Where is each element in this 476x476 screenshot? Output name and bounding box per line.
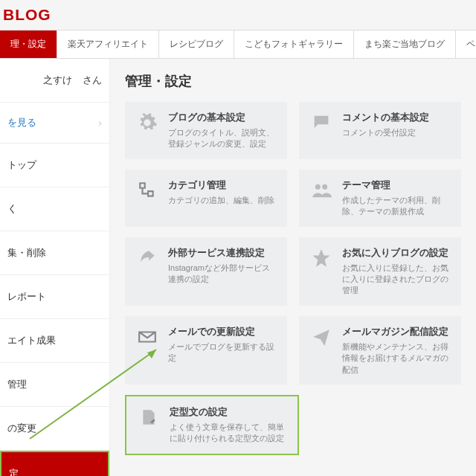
main-panel: 管理・設定 ブログの基本設定ブログのタイトル、説明文、登録ジャンルの変更、設定 … [110, 59, 476, 476]
card-desc: ブログのタイトル、説明文、登録ジャンルの変更、設定 [168, 127, 277, 150]
card-title: コメントの基本設定 [342, 111, 451, 124]
tree-icon [135, 178, 159, 202]
card-title: テーマ管理 [342, 178, 451, 192]
menu-edit[interactable]: 集・削除 [0, 231, 109, 275]
card-title: メールでの更新設定 [168, 325, 277, 338]
card-title: ブログの基本設定 [168, 111, 277, 124]
card-favorite[interactable]: お気に入りブログの設定お気に入りに登録した、お気に入りに登録されたブログの管理 [299, 237, 461, 306]
send-icon [309, 325, 333, 349]
card-desc: Instagramなど外部サービス連携の設定 [168, 263, 277, 286]
card-blog-basic[interactable]: ブログの基本設定ブログのタイトル、説明文、登録ジャンルの変更、設定 [125, 102, 287, 159]
card-theme[interactable]: テーマ管理作成したテーマの利用、削除、テーマの新規作成 [299, 170, 461, 227]
menu-change[interactable]: の変更 [0, 407, 109, 451]
chevron-right-icon: › [98, 117, 102, 129]
tab-recipe[interactable]: レシピブログ [159, 30, 234, 58]
document-icon [137, 405, 161, 429]
card-desc: お気に入りに登録した、お気に入りに登録されたブログの管理 [342, 263, 451, 297]
logo: BLOG [0, 0, 476, 30]
card-title: 定型文の設定 [170, 405, 287, 419]
menu-manage[interactable]: 管理 [0, 363, 109, 407]
card-desc: コメントの受付設定 [342, 127, 451, 138]
card-template-highlighted[interactable]: 定型文の設定よく使う文章を保存して、簡単に貼り付けられる定型文の設定 [125, 395, 299, 455]
share-icon [135, 246, 159, 270]
tab-affiliate[interactable]: 楽天アフィリエイト [57, 30, 159, 58]
card-desc: メールでブログを更新する設定 [168, 341, 277, 364]
users-icon [309, 178, 333, 202]
page-title: 管理・設定 [125, 72, 461, 90]
card-desc: カテゴリの追加、編集、削除 [168, 195, 277, 206]
menu-aff[interactable]: エイト成果 [0, 319, 109, 363]
sidebar: 之すけ さん を見る › トップ く 集・削除 レポート エイト成果 管理 の変… [0, 59, 110, 476]
card-desc: よく使う文章を保存して、簡単に貼り付けられる定型文の設定 [170, 422, 287, 445]
card-mail-update[interactable]: メールでの更新設定メールでブログを更新する設定 [125, 316, 287, 385]
menu-write[interactable]: く [0, 187, 109, 231]
user-name: 之すけ [43, 74, 72, 86]
card-category[interactable]: カテゴリ管理カテゴリの追加、編集、削除 [125, 170, 287, 227]
star-icon [309, 246, 333, 270]
user-suffix: さん [83, 74, 102, 86]
gear-icon [135, 111, 159, 135]
card-desc: 作成したテーマの利用、削除、テーマの新規作成 [342, 195, 451, 218]
svg-point-0 [315, 184, 321, 190]
menu-report[interactable]: レポート [0, 275, 109, 319]
card-desc: 新機能やメンテナンス、お得情報をお届けするメルマガの配信 [342, 341, 451, 376]
card-title: メールマガジン配信設定 [342, 325, 451, 338]
speech-icon [309, 111, 333, 135]
tab-pet[interactable]: ペット [456, 30, 476, 58]
mail-icon [135, 325, 159, 349]
user-block: 之すけ さん [0, 59, 109, 103]
tab-manage[interactable]: 理・設定 [0, 30, 57, 58]
view-blog-link[interactable]: を見る › [0, 103, 109, 144]
view-blog-label: を見る [7, 116, 36, 129]
empty-slot [311, 395, 461, 455]
card-external[interactable]: 外部サービス連携設定Instagramなど外部サービス連携の設定 [125, 237, 287, 306]
card-comment[interactable]: コメントの基本設定コメントの受付設定 [299, 102, 461, 159]
menu-top[interactable]: トップ [0, 144, 109, 187]
tab-local[interactable]: まち楽ご当地ブログ [354, 30, 456, 58]
card-mailmag[interactable]: メールマガジン配信設定新機能やメンテナンス、お得情報をお届けするメルマガの配信 [299, 316, 461, 385]
card-title: お気に入りブログの設定 [342, 246, 451, 260]
svg-point-1 [322, 184, 327, 190]
menu-settings-active[interactable]: 定 [0, 451, 109, 476]
tab-kids[interactable]: こどもフォトギャラリー [234, 30, 354, 58]
tab-bar: 理・設定 楽天アフィリエイト レシピブログ こどもフォトギャラリー まち楽ご当地… [0, 30, 476, 59]
card-title: カテゴリ管理 [168, 178, 277, 192]
card-title: 外部サービス連携設定 [168, 246, 277, 260]
